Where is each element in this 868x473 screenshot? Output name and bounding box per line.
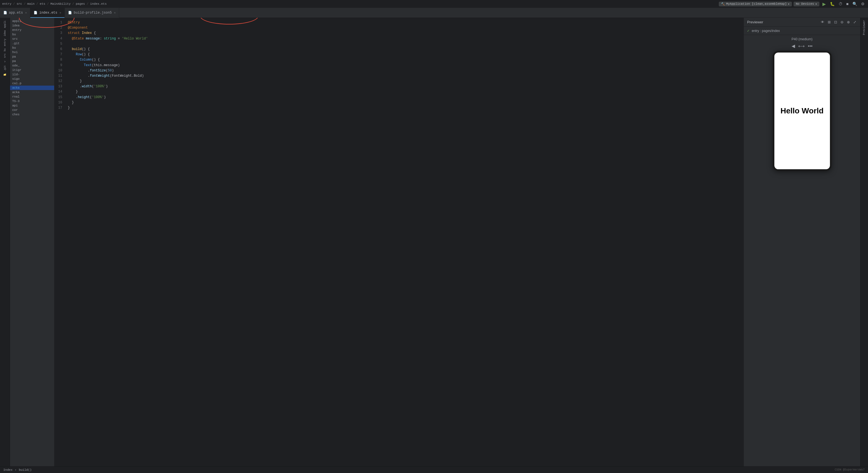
tree-item-hvi[interactable]: hvi (10, 50, 54, 55)
top-nav-bar: entry / src / main / ets / MainAbility /… (0, 0, 868, 8)
previewer-fullscreen-icon[interactable]: ⤢ (853, 20, 857, 25)
status-bar: Index › build() CSDN @SuperHeroWu7 (0, 466, 868, 473)
device-more-button[interactable]: ••• (808, 43, 813, 49)
tab-close-index-ets[interactable]: ✕ (59, 11, 61, 14)
tree-item-entry[interactable]: entry (10, 28, 54, 32)
breadcrumb-pages[interactable]: pages (76, 2, 85, 5)
tree-item-cor[interactable]: cor (10, 108, 54, 112)
tree-item-ode[interactable]: ode_ (10, 63, 54, 68)
previewer-panel: Previewer 👁 ⊞ ⊡ ⊖ ⊕ ⤢ ✓ entry : pages/in… (744, 18, 860, 466)
tree-item-vigo[interactable]: vigo (10, 77, 54, 81)
line-numbers: 1 2 3 4 5 6 7 8 9 10 11 12 13 14 15 16 1 (55, 18, 64, 466)
tab-label-app-ets: app.ets (9, 11, 23, 15)
tab-index-ets[interactable]: 📄 index.ets ✕ (30, 8, 65, 18)
no-devices-label: No Devices (796, 2, 814, 5)
previewer-zoom-in-icon[interactable]: ⊕ (846, 20, 850, 25)
tab-close-build-profile[interactable]: ✕ (114, 11, 116, 14)
search-icon-btn[interactable]: 🔍 (851, 1, 858, 7)
tree-item-ts3[interactable]: TS-3 (10, 99, 54, 104)
tree-item-ches[interactable]: ches (10, 112, 54, 117)
tree-item-acka1[interactable]: acka (10, 86, 54, 90)
sidebar-item-idea[interactable]: idea (3, 30, 7, 37)
file-icon: 📄 (3, 11, 7, 14)
hammer-icon: 🔨 (721, 2, 725, 6)
file-tree-panel: appli idea entry bu src .git bu hvi pa p… (10, 18, 55, 466)
tree-item-pa2[interactable]: pa (10, 59, 54, 63)
sidebar-item-git[interactable]: .git (3, 65, 7, 72)
debug-button[interactable]: 🐛 (829, 1, 836, 7)
breadcrumb-src[interactable]: src (17, 2, 22, 5)
breadcrumb-mainability[interactable]: MainAbility (50, 2, 70, 5)
chevron-down-icon-device: ▾ (815, 2, 817, 6)
tree-item-git[interactable]: .git (10, 41, 54, 46)
previewer-title: Previewer (747, 20, 763, 24)
device-name-label: P40 (medium) (792, 37, 812, 41)
device-back-button[interactable]: ◀ (792, 43, 795, 49)
device-screen: Hello World (774, 53, 830, 169)
previewer-header: Previewer 👁 ⊞ ⊡ ⊖ ⊕ ⤢ (744, 18, 860, 27)
tab-bar: 📄 app.ets ✕ 📄 index.ets ✕ 📄 build-profil… (0, 8, 868, 18)
previewer-layers-icon[interactable]: ⊞ (827, 20, 831, 25)
file-icon-index: 📄 (34, 11, 37, 14)
tree-item-src[interactable]: src (10, 37, 54, 41)
tree-item-cal[interactable]: cal.p (10, 81, 54, 86)
status-breadcrumb-index: Index (3, 468, 12, 472)
tree-item-idea[interactable]: idea (10, 23, 54, 28)
tab-label-build-profile: build-profile.json5 (74, 11, 112, 15)
tab-label-index-ets: index.ets (39, 11, 57, 15)
settings-icon-btn[interactable]: ⚙ (860, 1, 866, 7)
profile-button[interactable]: ⏱ (837, 1, 843, 7)
code-text[interactable]: @Entry @Component struct Index { @State … (64, 18, 744, 466)
sidebar-item-bu[interactable]: bu (3, 48, 7, 52)
sidebar-item-entry[interactable]: entry (3, 38, 7, 47)
previewer-zoom-out-icon[interactable]: ⊖ (840, 20, 844, 25)
stop-button[interactable]: ■ (845, 1, 850, 7)
sidebar-item-appli[interactable]: appli (3, 20, 7, 29)
breadcrumb-index-ets[interactable]: index.ets (90, 2, 106, 5)
device-nav-bar: ◀ ⟷ ••• (792, 43, 813, 49)
tree-item-bu2[interactable]: bu (10, 46, 54, 50)
code-editor[interactable]: 1 2 3 4 5 6 7 8 9 10 11 12 13 14 15 16 1 (55, 18, 744, 466)
tree-item-appli[interactable]: appli (10, 19, 54, 23)
tree-item-rnal[interactable]: rnal (10, 94, 54, 99)
right-toolbar: Previewer (860, 18, 868, 466)
previewer-side-tab-label[interactable]: Previewer (863, 20, 866, 35)
tree-item-bu1[interactable]: bu (10, 32, 54, 37)
build-config-selector[interactable]: 🔨 MyApplication [clean,assembleHap] ▾ (719, 2, 792, 6)
sidebar-item-folder[interactable]: 📁 (3, 73, 7, 77)
previewer-eye-icon[interactable]: 👁 (820, 20, 825, 25)
tab-app-ets[interactable]: 📄 app.ets ✕ (0, 8, 30, 18)
chevron-down-icon: ▾ (788, 2, 789, 6)
status-method: build() (19, 468, 32, 472)
run-button[interactable]: ▶ (821, 1, 827, 7)
tree-item-ild[interactable]: ild- (10, 72, 54, 77)
breadcrumb-entry[interactable]: entry (2, 2, 11, 5)
tab-build-profile[interactable]: 📄 build-profile.json5 ✕ (65, 8, 119, 18)
file-icon-build: 📄 (68, 11, 72, 14)
breadcrumb-ets[interactable]: ets (40, 2, 45, 5)
tree-item-itigr[interactable]: itigr (10, 68, 54, 72)
tree-item-pa1[interactable]: pa (10, 55, 54, 59)
breadcrumb-main[interactable]: main (27, 2, 34, 5)
device-selector[interactable]: No Devices ▾ (794, 2, 819, 6)
tree-item-api[interactable]: api (10, 104, 54, 108)
activity-bar: appli idea entry bu src › .git 📁 (0, 18, 10, 466)
sidebar-expand-icon[interactable]: › (4, 60, 6, 64)
build-config-label: MyApplication [clean,assembleHap] (726, 2, 786, 5)
tree-item-acka2[interactable]: acka (10, 90, 54, 94)
entry-path-label: entry : pages/index (751, 29, 780, 33)
device-frame: Hello World (773, 51, 832, 171)
watermark-label: CSDN @SuperHeroWu7 (835, 468, 865, 471)
previewer-grid-icon[interactable]: ⊡ (834, 20, 838, 25)
status-separator: › (15, 468, 17, 472)
sidebar-item-src[interactable]: src (3, 53, 7, 58)
previewer-content: P40 (medium) ◀ ⟷ ••• Hello World (744, 35, 860, 466)
entry-checkmark: ✓ (747, 28, 749, 33)
device-rotate-button[interactable]: ⟷ (798, 43, 805, 49)
hello-world-display: Hello World (780, 107, 824, 115)
tab-close-app-ets[interactable]: ✕ (25, 11, 27, 14)
